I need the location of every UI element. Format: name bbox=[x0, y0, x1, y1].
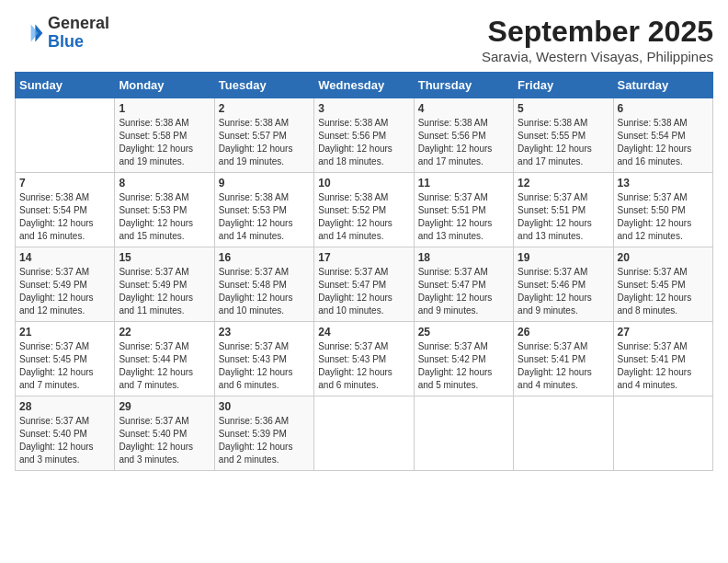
day-info: Sunrise: 5:38 AM Sunset: 5:52 PM Dayligh… bbox=[318, 191, 409, 243]
calendar-table: SundayMondayTuesdayWednesdayThursdayFrid… bbox=[15, 72, 713, 471]
day-number: 6 bbox=[618, 102, 709, 115]
calendar-cell bbox=[613, 396, 712, 471]
day-number: 15 bbox=[119, 251, 210, 264]
day-info: Sunrise: 5:37 AM Sunset: 5:40 PM Dayligh… bbox=[19, 415, 110, 466]
day-info: Sunrise: 5:37 AM Sunset: 5:43 PM Dayligh… bbox=[219, 340, 310, 392]
calendar-cell: 23Sunrise: 5:37 AM Sunset: 5:43 PM Dayli… bbox=[214, 322, 313, 396]
week-row-5: 28Sunrise: 5:37 AM Sunset: 5:40 PM Dayli… bbox=[16, 396, 713, 471]
calendar-cell: 29Sunrise: 5:37 AM Sunset: 5:40 PM Dayli… bbox=[115, 396, 214, 471]
day-info: Sunrise: 5:37 AM Sunset: 5:49 PM Dayligh… bbox=[119, 266, 210, 317]
calendar-cell: 3Sunrise: 5:38 AM Sunset: 5:56 PM Daylig… bbox=[314, 98, 414, 173]
day-info: Sunrise: 5:38 AM Sunset: 5:54 PM Dayligh… bbox=[19, 191, 110, 243]
calendar-cell: 4Sunrise: 5:38 AM Sunset: 5:56 PM Daylig… bbox=[414, 98, 513, 173]
calendar-cell: 14Sunrise: 5:37 AM Sunset: 5:49 PM Dayli… bbox=[16, 247, 115, 322]
day-info: Sunrise: 5:38 AM Sunset: 5:57 PM Dayligh… bbox=[219, 117, 310, 168]
calendar-cell: 11Sunrise: 5:37 AM Sunset: 5:51 PM Dayli… bbox=[414, 173, 513, 247]
logo-general: General bbox=[48, 14, 109, 32]
calendar-cell: 2Sunrise: 5:38 AM Sunset: 5:57 PM Daylig… bbox=[214, 98, 313, 173]
calendar-cell bbox=[16, 98, 115, 173]
day-number: 24 bbox=[318, 326, 409, 339]
day-number: 10 bbox=[318, 177, 409, 190]
week-row-1: 1Sunrise: 5:38 AM Sunset: 5:58 PM Daylig… bbox=[16, 98, 713, 173]
day-info: Sunrise: 5:37 AM Sunset: 5:47 PM Dayligh… bbox=[318, 266, 409, 317]
day-info: Sunrise: 5:37 AM Sunset: 5:50 PM Dayligh… bbox=[618, 191, 709, 243]
day-number: 7 bbox=[19, 177, 110, 190]
calendar-cell: 19Sunrise: 5:37 AM Sunset: 5:46 PM Dayli… bbox=[514, 247, 613, 322]
day-number: 8 bbox=[119, 177, 210, 190]
day-info: Sunrise: 5:37 AM Sunset: 5:42 PM Dayligh… bbox=[418, 340, 509, 392]
calendar-cell: 7Sunrise: 5:38 AM Sunset: 5:54 PM Daylig… bbox=[16, 173, 115, 247]
day-number: 18 bbox=[418, 251, 509, 264]
day-number: 20 bbox=[618, 251, 709, 264]
calendar-cell bbox=[414, 396, 513, 471]
day-info: Sunrise: 5:37 AM Sunset: 5:51 PM Dayligh… bbox=[518, 191, 609, 243]
week-row-3: 14Sunrise: 5:37 AM Sunset: 5:49 PM Dayli… bbox=[16, 247, 713, 322]
day-number: 25 bbox=[418, 326, 509, 339]
logo: General Blue bbox=[15, 15, 109, 52]
day-info: Sunrise: 5:37 AM Sunset: 5:47 PM Dayligh… bbox=[418, 266, 509, 317]
location: Saravia, Western Visayas, Philippines bbox=[482, 49, 713, 64]
calendar-cell: 16Sunrise: 5:37 AM Sunset: 5:48 PM Dayli… bbox=[214, 247, 313, 322]
calendar-cell: 30Sunrise: 5:36 AM Sunset: 5:39 PM Dayli… bbox=[214, 396, 313, 471]
day-number: 2 bbox=[219, 102, 310, 115]
day-info: Sunrise: 5:37 AM Sunset: 5:44 PM Dayligh… bbox=[119, 340, 210, 392]
day-info: Sunrise: 5:37 AM Sunset: 5:46 PM Dayligh… bbox=[518, 266, 609, 317]
calendar-cell: 27Sunrise: 5:37 AM Sunset: 5:41 PM Dayli… bbox=[613, 322, 712, 396]
column-header-wednesday: Wednesday bbox=[314, 73, 414, 98]
day-info: Sunrise: 5:38 AM Sunset: 5:55 PM Dayligh… bbox=[518, 117, 609, 168]
calendar-cell: 1Sunrise: 5:38 AM Sunset: 5:58 PM Daylig… bbox=[115, 98, 214, 173]
day-number: 26 bbox=[518, 326, 609, 339]
day-info: Sunrise: 5:37 AM Sunset: 5:43 PM Dayligh… bbox=[318, 340, 409, 392]
calendar-cell: 5Sunrise: 5:38 AM Sunset: 5:55 PM Daylig… bbox=[514, 98, 613, 173]
day-number: 4 bbox=[418, 102, 509, 115]
month-year: September 2025 bbox=[482, 15, 713, 49]
page-header: General Blue September 2025 Saravia, Wes… bbox=[15, 15, 713, 64]
calendar-cell: 12Sunrise: 5:37 AM Sunset: 5:51 PM Dayli… bbox=[514, 173, 613, 247]
column-header-sunday: Sunday bbox=[16, 73, 115, 98]
week-row-2: 7Sunrise: 5:38 AM Sunset: 5:54 PM Daylig… bbox=[16, 173, 713, 247]
column-header-saturday: Saturday bbox=[613, 73, 712, 98]
calendar-cell: 15Sunrise: 5:37 AM Sunset: 5:49 PM Dayli… bbox=[115, 247, 214, 322]
header-row: SundayMondayTuesdayWednesdayThursdayFrid… bbox=[16, 73, 713, 98]
day-info: Sunrise: 5:37 AM Sunset: 5:48 PM Dayligh… bbox=[219, 266, 310, 317]
week-row-4: 21Sunrise: 5:37 AM Sunset: 5:45 PM Dayli… bbox=[16, 322, 713, 396]
day-number: 3 bbox=[318, 102, 409, 115]
day-number: 12 bbox=[518, 177, 609, 190]
day-info: Sunrise: 5:37 AM Sunset: 5:41 PM Dayligh… bbox=[618, 340, 709, 392]
calendar-cell bbox=[314, 396, 414, 471]
title-block: September 2025 Saravia, Western Visayas,… bbox=[482, 15, 713, 64]
day-number: 16 bbox=[219, 251, 310, 264]
day-number: 11 bbox=[418, 177, 509, 190]
day-info: Sunrise: 5:38 AM Sunset: 5:53 PM Dayligh… bbox=[119, 191, 210, 243]
day-number: 23 bbox=[219, 326, 310, 339]
day-number: 22 bbox=[119, 326, 210, 339]
day-number: 9 bbox=[219, 177, 310, 190]
calendar-cell: 6Sunrise: 5:38 AM Sunset: 5:54 PM Daylig… bbox=[613, 98, 712, 173]
day-info: Sunrise: 5:37 AM Sunset: 5:41 PM Dayligh… bbox=[518, 340, 609, 392]
calendar-cell: 28Sunrise: 5:37 AM Sunset: 5:40 PM Dayli… bbox=[16, 396, 115, 471]
calendar-cell: 21Sunrise: 5:37 AM Sunset: 5:45 PM Dayli… bbox=[16, 322, 115, 396]
column-header-thursday: Thursday bbox=[414, 73, 513, 98]
calendar-cell: 8Sunrise: 5:38 AM Sunset: 5:53 PM Daylig… bbox=[115, 173, 214, 247]
column-header-tuesday: Tuesday bbox=[214, 73, 313, 98]
calendar-cell: 9Sunrise: 5:38 AM Sunset: 5:53 PM Daylig… bbox=[214, 173, 313, 247]
calendar-cell: 13Sunrise: 5:37 AM Sunset: 5:50 PM Dayli… bbox=[613, 173, 712, 247]
calendar-cell: 10Sunrise: 5:38 AM Sunset: 5:52 PM Dayli… bbox=[314, 173, 414, 247]
calendar-cell bbox=[514, 396, 613, 471]
calendar-cell: 17Sunrise: 5:37 AM Sunset: 5:47 PM Dayli… bbox=[314, 247, 414, 322]
column-header-monday: Monday bbox=[115, 73, 214, 98]
day-number: 1 bbox=[119, 102, 210, 115]
calendar-cell: 22Sunrise: 5:37 AM Sunset: 5:44 PM Dayli… bbox=[115, 322, 214, 396]
day-info: Sunrise: 5:38 AM Sunset: 5:58 PM Dayligh… bbox=[119, 117, 210, 168]
logo-blue: Blue bbox=[48, 32, 84, 51]
calendar-cell: 20Sunrise: 5:37 AM Sunset: 5:45 PM Dayli… bbox=[613, 247, 712, 322]
day-info: Sunrise: 5:38 AM Sunset: 5:54 PM Dayligh… bbox=[618, 117, 709, 168]
day-number: 19 bbox=[518, 251, 609, 264]
day-number: 27 bbox=[618, 326, 709, 339]
calendar-cell: 25Sunrise: 5:37 AM Sunset: 5:42 PM Dayli… bbox=[414, 322, 513, 396]
day-number: 30 bbox=[219, 400, 310, 413]
day-info: Sunrise: 5:38 AM Sunset: 5:53 PM Dayligh… bbox=[219, 191, 310, 243]
day-number: 21 bbox=[19, 326, 110, 339]
day-info: Sunrise: 5:38 AM Sunset: 5:56 PM Dayligh… bbox=[318, 117, 409, 168]
day-info: Sunrise: 5:37 AM Sunset: 5:49 PM Dayligh… bbox=[19, 266, 110, 317]
